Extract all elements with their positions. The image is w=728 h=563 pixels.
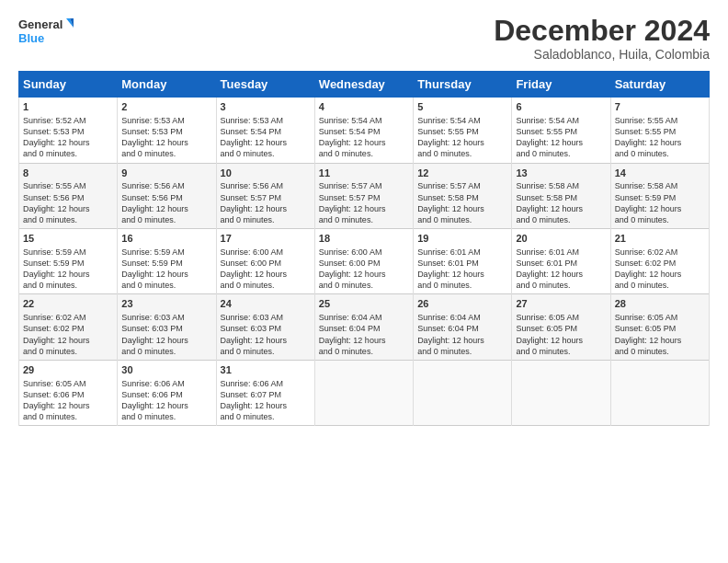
day-number: 13 [516,167,606,180]
daylight-cont: and 0 minutes. [23,215,77,224]
logo-svg: General Blue [18,15,74,50]
sunset-text: Sunset: 5:55 PM [516,127,577,136]
sunset-text: Sunset: 6:05 PM [615,324,677,333]
sunrise-text: Sunrise: 5:53 AM [121,116,185,125]
calendar-cell: 26Sunrise: 6:04 AMSunset: 6:04 PMDayligh… [414,294,512,360]
daylight-cont: and 0 minutes. [516,149,570,158]
sunset-text: Sunset: 5:58 PM [417,193,479,202]
calendar-cell: 11Sunrise: 5:57 AMSunset: 5:57 PMDayligh… [314,163,413,228]
calendar-cell: 1Sunrise: 5:52 AMSunset: 5:53 PMDaylight… [19,98,118,163]
day-number: 16 [121,232,211,246]
sunset-text: Sunset: 6:05 PM [516,324,577,333]
day-number: 2 [121,100,211,114]
day-number: 19 [417,232,507,246]
daylight-cont: and 0 minutes. [516,281,570,290]
daylight-text: Daylight: 12 hours [319,336,386,345]
calendar-cell [512,360,610,425]
col-monday: Monday [118,72,216,98]
svg-text:General: General [18,17,63,31]
sunrise-text: Sunrise: 6:01 AM [417,247,481,257]
subtitle: Saladoblanco, Huila, Colombia [494,47,710,62]
calendar-cell: 17Sunrise: 6:00 AMSunset: 6:00 PMDayligh… [216,229,314,294]
sunset-text: Sunset: 5:53 PM [23,127,85,136]
day-number: 1 [23,100,113,114]
daylight-cont: and 0 minutes. [23,412,77,421]
day-number: 17 [221,232,311,246]
sunrise-text: Sunrise: 6:05 AM [516,313,579,322]
daylight-cont: and 0 minutes. [23,149,77,158]
calendar-cell: 16Sunrise: 5:59 AMSunset: 5:59 PMDayligh… [118,229,216,294]
sunset-text: Sunset: 6:04 PM [417,324,479,333]
daylight-cont: and 0 minutes. [319,281,373,290]
day-number: 10 [221,167,311,180]
calendar-cell: 22Sunrise: 6:02 AMSunset: 6:02 PMDayligh… [19,294,118,360]
col-wednesday: Wednesday [314,72,413,98]
day-number: 18 [319,232,409,246]
calendar-cell: 6Sunrise: 5:54 AMSunset: 5:55 PMDaylight… [512,98,610,163]
daylight-cont: and 0 minutes. [615,149,669,158]
calendar-cell: 4Sunrise: 5:54 AMSunset: 5:54 PMDaylight… [314,98,413,163]
daylight-text: Daylight: 12 hours [121,336,188,345]
daylight-text: Daylight: 12 hours [615,138,682,147]
day-number: 5 [417,100,507,114]
calendar-cell: 19Sunrise: 6:01 AMSunset: 6:01 PMDayligh… [414,229,512,294]
daylight-cont: and 0 minutes. [121,347,176,356]
day-number: 28 [615,297,705,311]
daylight-cont: and 0 minutes. [615,347,669,356]
calendar-cell: 13Sunrise: 5:58 AMSunset: 5:58 PMDayligh… [512,163,610,228]
daylight-cont: and 0 minutes. [319,149,373,158]
sunrise-text: Sunrise: 6:02 AM [23,313,86,322]
daylight-text: Daylight: 12 hours [417,204,484,213]
daylight-cont: and 0 minutes. [417,149,472,158]
day-number: 11 [319,167,409,180]
sunrise-text: Sunrise: 6:00 AM [319,247,382,257]
daylight-text: Daylight: 12 hours [23,204,90,213]
calendar-cell: 28Sunrise: 6:05 AMSunset: 6:05 PMDayligh… [610,294,709,360]
day-number: 14 [615,167,705,180]
sunrise-text: Sunrise: 6:02 AM [615,247,678,257]
daylight-text: Daylight: 12 hours [417,270,484,279]
col-friday: Friday [512,72,610,98]
daylight-cont: and 0 minutes. [417,215,472,224]
sunrise-text: Sunrise: 5:56 AM [221,181,284,190]
calendar-cell: 25Sunrise: 6:04 AMSunset: 6:04 PMDayligh… [314,294,413,360]
sunrise-text: Sunrise: 5:57 AM [417,181,481,190]
daylight-text: Daylight: 12 hours [23,401,90,410]
daylight-cont: and 0 minutes. [121,215,176,224]
sunset-text: Sunset: 6:00 PM [221,259,282,268]
day-number: 7 [615,100,705,114]
calendar-cell: 8Sunrise: 5:55 AMSunset: 5:56 PMDaylight… [19,163,118,228]
sunset-text: Sunset: 6:02 PM [23,324,85,333]
sunset-text: Sunset: 6:03 PM [121,324,183,333]
day-number: 6 [516,100,606,114]
sunset-text: Sunset: 5:57 PM [221,193,282,202]
sunrise-text: Sunrise: 5:54 AM [516,116,579,125]
daylight-cont: and 0 minutes. [23,281,77,290]
sunset-text: Sunset: 5:58 PM [516,193,577,202]
calendar-cell: 31Sunrise: 6:06 AMSunset: 6:07 PMDayligh… [216,360,314,425]
sunset-text: Sunset: 6:01 PM [516,259,577,268]
sunrise-text: Sunrise: 6:05 AM [23,379,86,388]
day-number: 23 [121,297,211,311]
daylight-cont: and 0 minutes. [221,347,275,356]
daylight-cont: and 0 minutes. [516,215,570,224]
sunrise-text: Sunrise: 5:59 AM [23,247,86,257]
daylight-cont: and 0 minutes. [516,347,570,356]
daylight-cont: and 0 minutes. [221,215,275,224]
sunset-text: Sunset: 6:02 PM [615,259,677,268]
daylight-cont: and 0 minutes. [417,347,472,356]
calendar-cell: 29Sunrise: 6:05 AMSunset: 6:06 PMDayligh… [19,360,118,425]
sunrise-text: Sunrise: 5:54 AM [319,116,382,125]
daylight-text: Daylight: 12 hours [615,204,682,213]
daylight-cont: and 0 minutes. [221,412,275,421]
calendar-cell: 15Sunrise: 5:59 AMSunset: 5:59 PMDayligh… [19,229,118,294]
sunset-text: Sunset: 6:06 PM [23,390,85,399]
day-number: 8 [23,167,113,180]
daylight-cont: and 0 minutes. [221,281,275,290]
daylight-text: Daylight: 12 hours [221,204,288,213]
sunrise-text: Sunrise: 6:04 AM [319,313,382,322]
sunset-text: Sunset: 6:01 PM [417,259,479,268]
calendar-cell: 18Sunrise: 6:00 AMSunset: 6:00 PMDayligh… [314,229,413,294]
day-number: 3 [221,100,311,114]
sunrise-text: Sunrise: 5:54 AM [417,116,481,125]
